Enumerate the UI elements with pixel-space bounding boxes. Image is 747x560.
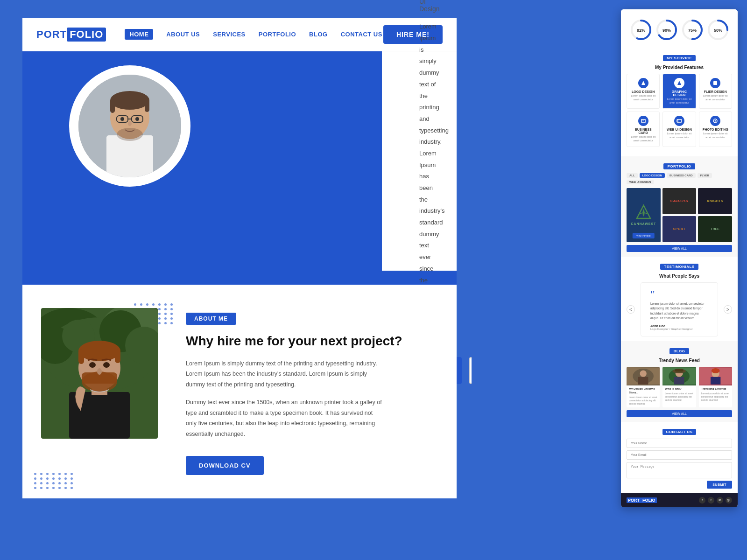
- blog-card-3: Travelling Lifestyle Lorem ipsum dolor s…: [699, 367, 732, 407]
- portfolio-tag: PORTFOLIO: [663, 163, 695, 169]
- hero-section: William Wordsworth Graphics & Web UI Des…: [22, 51, 457, 271]
- webui-design-icon: [674, 116, 684, 126]
- blog-desc-1: Lorem ipsum dolor sit amet consectetur a…: [629, 396, 657, 406]
- hero-content: William Wordsworth Graphics & Web UI Des…: [382, 51, 457, 271]
- filter-tabs: ALL LOGO DESIGN BUSINESS CARD FLYER WEB …: [627, 173, 732, 184]
- contact-email-input[interactable]: [627, 450, 732, 460]
- service-business-title: BUSINESS CARD: [630, 128, 656, 134]
- testimonial-role: Logo Designer / Graphic Designer: [650, 328, 708, 330]
- about-desc-1: Lorem Ipsum is simply dummy text of the …: [186, 358, 382, 390]
- cannawest-label: CANNAWEST: [631, 222, 656, 225]
- download-cv-button[interactable]: DOWNLOAD CV: [186, 456, 264, 475]
- main-nav: HOME ABOUT US SERVICES PORTFOLIO BLOG CO…: [125, 29, 383, 40]
- service-flier-title: FLIER DESIGN: [702, 90, 729, 93]
- nav-home[interactable]: HOME: [125, 29, 153, 40]
- about-person-svg: [41, 308, 158, 439]
- blog-view-all-button[interactable]: VIEW ALL: [627, 410, 732, 417]
- social-twitter[interactable]: t: [708, 497, 714, 504]
- portfolio-item-2: SADERS: [662, 188, 697, 214]
- svg-rect-61: [675, 369, 684, 371]
- portfolio-item-1: CANNAWEST View Portfolio: [627, 188, 661, 242]
- service-logo: LOGO DESIGN Lorem ipsum dolor sit amet c…: [627, 74, 660, 109]
- knights-label: KNIGHTS: [707, 199, 723, 203]
- contact-submit-button[interactable]: SUBMIT: [707, 481, 732, 489]
- nav-blog[interactable]: BLOG: [309, 31, 328, 38]
- graphic-design-icon: [674, 78, 684, 88]
- business-card-icon: [638, 116, 648, 126]
- service-graphic-desc: Lorem ipsum dolor sit amet consectetur: [666, 98, 692, 105]
- services-section: MY SERVICE My Provided Features LOGO DES…: [621, 48, 738, 156]
- hero-person-svg: [78, 75, 181, 177]
- footer-logo: PORTFOLIO: [627, 498, 657, 503]
- contact-name-input[interactable]: [627, 439, 732, 448]
- portfolio-item-5: TREE: [698, 216, 732, 242]
- nav-portfolio[interactable]: PORTFOLIO: [259, 31, 296, 38]
- testimonial-text: Lorem ipsum dolor sit amet, consectetur …: [650, 301, 708, 321]
- svg-point-4: [110, 91, 149, 110]
- blog-card-1: My Design Lifestyle Story... Lorem ipsum…: [627, 367, 660, 407]
- filter-business[interactable]: BUSINESS CARD: [667, 173, 696, 178]
- about-left: [41, 308, 167, 475]
- svg-rect-5: [110, 99, 115, 113]
- cannawest-logo-icon: [635, 204, 652, 221]
- services-heading: My Provided Features: [627, 65, 732, 70]
- contact-tag: CONTACT US: [662, 429, 697, 435]
- blog-desc-3: Lorem ipsum dolor sit amet consectetur a…: [701, 392, 730, 402]
- site-logo: PORTFOLIO: [36, 28, 106, 42]
- svg-rect-1: [106, 135, 153, 177]
- hero-circle: [69, 65, 190, 187]
- testimonial-tag: TESTIMONIALS: [660, 264, 698, 270]
- svg-text:75%: 75%: [688, 28, 696, 33]
- filter-flyer[interactable]: FLYER: [698, 173, 712, 178]
- social-linkedin[interactable]: in: [717, 497, 723, 504]
- portfolio-item-4: SPORT: [662, 216, 697, 242]
- service-business: BUSINESS CARD Lorem ipsum dolor sit amet…: [627, 112, 660, 147]
- dot-pattern-bottom-left: [34, 473, 74, 489]
- service-webui-title: WEB UI DESIGN: [666, 128, 692, 131]
- contact-form: SUBMIT: [627, 439, 732, 489]
- skill-1: 82%: [630, 19, 652, 41]
- right-panel: 82% 90% 75%: [472, 0, 747, 560]
- view-all-button[interactable]: VIEW ALL: [627, 245, 732, 252]
- svg-text:50%: 50%: [713, 28, 722, 33]
- contact-message-textarea[interactable]: [627, 462, 732, 478]
- blog-heading: Trendy News Feed: [627, 358, 732, 363]
- filter-logo[interactable]: LOGO DESIGN: [640, 173, 665, 178]
- social-facebook[interactable]: f: [699, 497, 705, 504]
- testimonial-prev-button[interactable]: <: [627, 305, 635, 314]
- svg-point-11: [135, 117, 139, 121]
- footer-logo-folio: FOLIO: [641, 497, 657, 503]
- svg-rect-26: [78, 349, 84, 364]
- blog-title-2: Who is she?: [665, 387, 693, 391]
- logo-folio: FOLIO: [67, 28, 106, 42]
- testimonial-next-button[interactable]: >: [724, 305, 732, 314]
- flier-design-icon: [710, 78, 720, 88]
- filter-webui[interactable]: WEB UI DESIGN: [627, 180, 654, 184]
- svg-rect-59: [674, 377, 684, 385]
- skill-3: 75%: [681, 19, 704, 41]
- nav-services[interactable]: SERVICES: [213, 31, 246, 38]
- service-graphic-title: GRAPHIC DESIGN: [666, 90, 692, 97]
- sanders-label: SADERS: [670, 199, 688, 203]
- svg-rect-27: [115, 349, 120, 363]
- nav-about[interactable]: ABOUT US: [166, 31, 200, 38]
- about-photo: [41, 308, 158, 439]
- about-desc-2: Dummy text ever since the 1500s, when an…: [186, 397, 382, 439]
- service-photo-desc: Lorem ipsum dolor sit amet consectetur: [702, 132, 729, 139]
- portfolio-item-3: KNIGHTS: [698, 188, 732, 214]
- svg-rect-65: [711, 377, 720, 385]
- svg-point-25: [78, 341, 120, 361]
- service-webui-desc: Lorem ipsum dolor sit amet consectetur: [666, 132, 692, 139]
- view-portfolio-btn[interactable]: View Portfolio: [633, 233, 654, 238]
- services-tag: MY SERVICE: [663, 55, 696, 61]
- service-webui: WEB UI DESIGN Lorem ipsum dolor sit amet…: [662, 112, 696, 147]
- filter-all[interactable]: ALL: [627, 173, 638, 178]
- service-photo-title: PHOTO EDITING: [702, 128, 729, 131]
- site-footer: PORTFOLIO f t in g+: [621, 493, 738, 507]
- skill-2: 90%: [655, 19, 678, 41]
- social-googleplus[interactable]: g+: [726, 497, 732, 504]
- skill-4: 50%: [707, 19, 729, 41]
- skill-circle-svg-2: 90%: [655, 19, 678, 41]
- blog-card-2: Who is she? Lorem ipsum dolor sit amet c…: [662, 367, 696, 407]
- nav-contact[interactable]: CONTACT US: [341, 31, 382, 38]
